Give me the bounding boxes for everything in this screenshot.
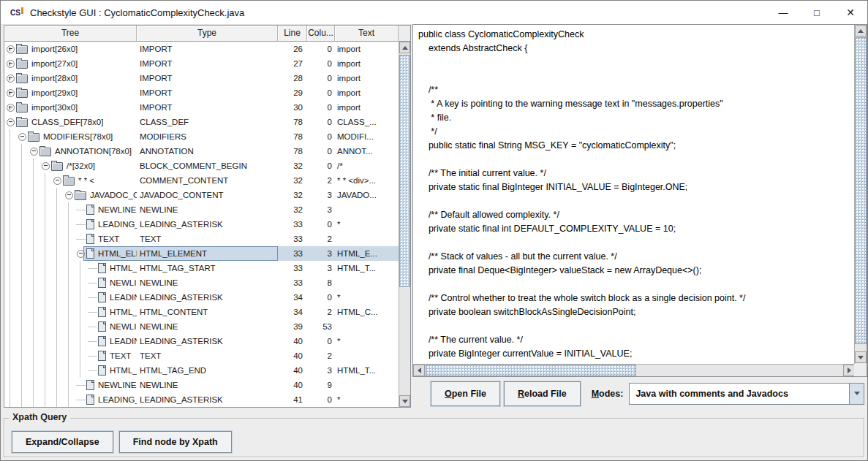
collapse-knob[interactable] xyxy=(30,148,38,156)
column-header-text[interactable]: Text xyxy=(335,26,399,42)
tree-table-row[interactable]: NEWLINENEWLINE323 xyxy=(4,202,399,217)
editor-vertical-scrollbar[interactable] xyxy=(854,25,867,364)
tree-table-row[interactable]: LEADING_ASTERISKLEADING_ASTERISK400* xyxy=(4,334,399,348)
tree-table-row[interactable]: HTML_TAG_STARTHTML_TAG_START333HTML_T... xyxy=(4,261,399,275)
cell-column: 0 xyxy=(307,100,335,115)
scroll-thumb[interactable] xyxy=(426,365,636,376)
cell-type: IMPORT xyxy=(137,56,278,71)
tree-guide-line xyxy=(51,305,63,319)
tree-connector-line xyxy=(75,232,86,246)
collapse-knob[interactable] xyxy=(53,177,61,185)
scroll-up-button[interactable] xyxy=(855,25,867,37)
close-button[interactable]: ✕ xyxy=(834,1,867,24)
cell-tree: ANNOTATION[78x0] xyxy=(4,144,137,159)
scroll-right-button[interactable] xyxy=(843,365,855,376)
tree-table-row[interactable]: TEXTTEXT332 xyxy=(4,232,399,246)
cell-type: TEXT xyxy=(137,348,278,363)
cell-column: 53 xyxy=(307,319,335,334)
tree-table-row[interactable]: NEWLINENEWLINE409 xyxy=(4,378,399,392)
tree-table-row[interactable]: HTML_TAG_ENDHTML_TAG_END403HTML_T... xyxy=(4,363,399,378)
tree-table-row[interactable]: import[26x0]IMPORT260import xyxy=(4,42,399,56)
editor-horizontal-scrollbar[interactable] xyxy=(413,364,855,376)
app-icon: CS xyxy=(8,5,23,20)
tree-guide-line xyxy=(28,392,39,407)
tree-table-row[interactable]: LEADING_ASTERISKLEADING_ASTERISK330* xyxy=(4,217,399,232)
tree-table-row[interactable]: HTML_CONTENTHTML_CONTENT342HTML_C... xyxy=(4,305,399,319)
column-header-type[interactable]: Type xyxy=(137,26,278,42)
collapse-knob[interactable] xyxy=(42,162,50,170)
tree-guide-line xyxy=(4,378,16,392)
expand-knob[interactable] xyxy=(7,45,15,53)
cell-column: 3 xyxy=(307,246,335,261)
tree-node-label: import[28x0] xyxy=(31,71,78,85)
expand-knob[interactable] xyxy=(7,75,15,83)
tree-guide-line xyxy=(4,290,16,305)
expand-knob[interactable] xyxy=(7,89,15,97)
find-node-by-xpath-button[interactable]: Find node by Xpath xyxy=(119,431,232,453)
scroll-left-button[interactable] xyxy=(413,365,425,376)
collapse-knob[interactable] xyxy=(77,250,85,258)
scrollbar-corner xyxy=(854,364,867,376)
tree-table-row[interactable]: CLASS_DEF[78x0]CLASS_DEF780CLASS_... xyxy=(4,115,399,129)
tree-guide-line xyxy=(16,334,28,348)
column-header-tree[interactable]: Tree xyxy=(4,26,137,42)
combobox-dropdown-button[interactable] xyxy=(849,384,864,404)
xpath-buttons: Expand/Collapse Find node by Xpath xyxy=(12,431,232,453)
minimize-button[interactable]: — xyxy=(766,1,800,24)
open-file-button[interactable]: Open File xyxy=(431,381,500,406)
tree-table-row[interactable]: import[29x0]IMPORT290import xyxy=(4,85,399,100)
tree-table-row[interactable]: import[28x0]IMPORT280import xyxy=(4,71,399,85)
scroll-thumb[interactable] xyxy=(399,55,410,287)
tree-table-row[interactable]: MODIFIERS[78x0]MODIFIERS780MODIFI... xyxy=(4,129,399,144)
column-header-line[interactable]: Line xyxy=(278,26,307,42)
collapse-knob[interactable] xyxy=(65,191,73,199)
scroll-up-button[interactable] xyxy=(399,42,410,53)
tree-guide-line xyxy=(39,261,51,275)
tree-table-row[interactable]: TEXTTEXT402 xyxy=(4,348,399,363)
expand-knob[interactable] xyxy=(7,60,15,68)
tree-table-row[interactable]: LEADING_ASTERISKLEADING_ASTERISK410* xyxy=(4,392,399,407)
tree-table-row[interactable]: import[30x0]IMPORT300import xyxy=(4,100,399,115)
source-code-view[interactable]: public class CyclomaticComplexityCheck e… xyxy=(413,25,855,364)
column-header-column[interactable]: Colu... xyxy=(307,26,335,42)
cell-column: 0 xyxy=(307,42,335,56)
scroll-down-button[interactable] xyxy=(399,395,410,407)
tree-guide-line xyxy=(39,378,51,392)
tree-guide-line xyxy=(51,334,63,348)
parse-mode-combobox[interactable]: Java with comments and Javadocs xyxy=(629,383,864,405)
tree-guide-line xyxy=(28,275,39,290)
tree-guide-line xyxy=(28,305,39,319)
cell-tree: TEXT xyxy=(4,232,137,246)
tree-guide-line xyxy=(4,217,16,232)
folder-icon xyxy=(28,133,39,142)
tree-vertical-scrollbar[interactable] xyxy=(399,42,410,407)
cell-text: CLASS_... xyxy=(335,115,399,129)
tree-table-row[interactable]: LEADING_ASTERISKLEADING_ASTERISK340* xyxy=(4,290,399,305)
scroll-down-button[interactable] xyxy=(855,351,867,363)
expand-collapse-button[interactable]: Expand/Collapse xyxy=(12,431,113,453)
tree-table-row[interactable]: /*[32x0]BLOCK_COMMENT_BEGIN320/* xyxy=(4,159,399,173)
expand-knob[interactable] xyxy=(7,104,15,112)
tree-table-row[interactable]: HTML_ELEMENTHTML_ELEMENT333HTML_E... xyxy=(4,246,399,261)
tree-table-row[interactable]: ANNOTATION[78x0]ANNOTATION780ANNOT... xyxy=(4,144,399,159)
tree-table-row[interactable]: import[27x0]IMPORT270import xyxy=(4,56,399,71)
tree-connector-line xyxy=(86,275,98,290)
tree-node-label: NEWLINE xyxy=(109,275,137,290)
collapse-knob[interactable] xyxy=(18,133,26,141)
collapse-knob[interactable] xyxy=(7,118,15,126)
tree-connector-line xyxy=(86,319,98,334)
reload-file-button[interactable]: Reload File xyxy=(504,381,581,406)
tree-node-label: import[26x0] xyxy=(31,42,78,56)
tree-table-row[interactable]: JAVADOC_CONTENTJAVADOC_CONTENT323JAVADO.… xyxy=(4,188,399,202)
tree-guide-line xyxy=(4,334,16,348)
tree-table-row[interactable]: * * <COMMENT_CONTENT322* * <div>... xyxy=(4,173,399,188)
scroll-thumb[interactable] xyxy=(855,37,867,344)
maximize-button[interactable]: □ xyxy=(800,1,834,24)
tree-table-row[interactable]: NEWLINENEWLINE3953 xyxy=(4,319,399,334)
tree-table-row[interactable]: NEWLINENEWLINE338 xyxy=(4,275,399,290)
reload-file-label: eload File xyxy=(524,389,567,399)
tree-connector-line xyxy=(75,392,86,407)
cell-type: NEWLINE xyxy=(137,202,278,217)
tree-guide-line xyxy=(39,275,51,290)
tree-guide-line xyxy=(39,246,51,261)
